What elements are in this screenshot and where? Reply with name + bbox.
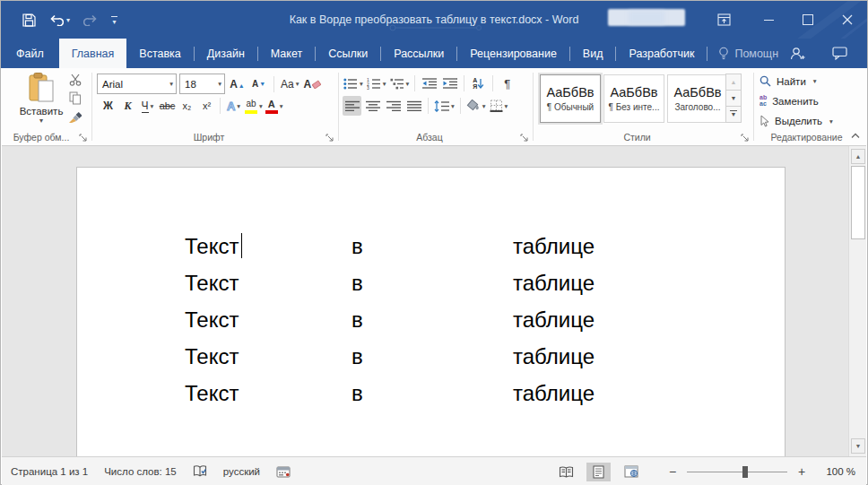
tab-insert[interactable]: Вставка xyxy=(126,39,193,68)
maximize-button[interactable] xyxy=(788,1,828,39)
scrollbar-thumb[interactable] xyxy=(851,166,865,239)
font-dialog-launcher-icon[interactable] xyxy=(326,133,334,142)
increase-indent-button[interactable] xyxy=(440,74,459,93)
copy-icon[interactable] xyxy=(69,91,82,108)
paste-button[interactable]: Вставить ▾ xyxy=(14,73,68,125)
word-count[interactable]: Число слов: 15 xyxy=(104,466,177,477)
shading-button[interactable]: ▾ xyxy=(465,96,487,116)
style-card-heading1[interactable]: АаБбВв Заголово... xyxy=(667,74,728,123)
cut-icon[interactable] xyxy=(69,74,82,89)
numbering-button[interactable]: 123 ▾ xyxy=(366,74,387,93)
save-icon[interactable] xyxy=(22,13,36,27)
minimize-button[interactable] xyxy=(749,1,788,39)
print-layout-icon[interactable] xyxy=(586,463,611,481)
sort-button[interactable]: АЯ xyxy=(469,74,488,93)
font-name-combo[interactable]: Arial ▾ xyxy=(97,74,177,94)
undo-button[interactable]: ▾ xyxy=(49,13,70,26)
style-sample: АаБбВв xyxy=(604,85,664,100)
shrink-font-button[interactable]: А▼ xyxy=(249,74,268,94)
tab-file[interactable]: Файл xyxy=(1,39,59,68)
zoom-in-button[interactable]: + xyxy=(795,464,808,479)
clear-formatting-button[interactable]: А xyxy=(302,74,322,94)
scroll-up-icon[interactable]: ▲ xyxy=(851,149,865,164)
styles-scroll-up-icon[interactable]: ▲ xyxy=(725,74,742,91)
align-left-button-active[interactable] xyxy=(343,96,361,116)
subscript-button[interactable]: x₂ xyxy=(178,96,196,116)
text-effects-button[interactable]: А▾ xyxy=(224,96,243,116)
language-indicator[interactable]: русский xyxy=(223,466,260,477)
ribbon-display-options-icon[interactable] xyxy=(704,1,743,39)
ribbon: Вставить ▾ xyxy=(2,68,866,146)
read-mode-icon[interactable] xyxy=(554,463,578,481)
proofing-check-icon[interactable] xyxy=(193,465,207,478)
feedback-bubble-icon[interactable] xyxy=(832,47,847,60)
zoom-out-button[interactable]: − xyxy=(666,464,679,479)
font-row-2: Ж К Ч▾ abc x₂ x² А▾ ab ▾ А ▾ xyxy=(99,96,284,116)
format-painter-icon[interactable] xyxy=(68,110,82,126)
align-center-button[interactable] xyxy=(363,96,382,116)
collapse-ribbon-icon[interactable] xyxy=(851,132,860,141)
change-case-button[interactable]: Aa▾ xyxy=(280,74,299,94)
zoom-level[interactable]: 100 % xyxy=(816,466,855,477)
bullets-button[interactable]: ▾ xyxy=(343,74,364,93)
share-person-icon[interactable] xyxy=(790,47,805,61)
decrease-indent-button[interactable] xyxy=(420,74,438,93)
underline-button[interactable]: Ч▾ xyxy=(138,96,157,116)
page-indicator[interactable]: Страница 1 из 1 xyxy=(11,466,88,477)
paste-dropdown-arrow[interactable]: ▾ xyxy=(14,117,68,125)
select-button[interactable]: Выделить ▾ xyxy=(760,115,833,127)
tab-developer[interactable]: Разработчик xyxy=(616,39,707,68)
line-spacing-button[interactable]: ▾ xyxy=(433,96,456,116)
zoom-slider[interactable] xyxy=(687,465,787,478)
find-button[interactable]: Найти ▾ xyxy=(760,75,817,87)
tab-home-active[interactable]: Главная xyxy=(59,39,127,68)
tab-layout[interactable]: Макет xyxy=(258,39,315,68)
search-icon xyxy=(760,75,771,87)
tab-review[interactable]: Рецензирование xyxy=(457,39,569,68)
grow-font-button[interactable]: А▲ xyxy=(228,74,247,94)
tab-view[interactable]: Вид xyxy=(570,39,616,68)
undo-dropdown-arrow[interactable]: ▾ xyxy=(66,16,70,24)
borders-button[interactable]: ▾ xyxy=(489,96,509,116)
scroll-down-icon[interactable]: ▼ xyxy=(851,438,865,454)
align-right-button[interactable] xyxy=(384,96,403,116)
style-card-no-spacing[interactable]: АаБбВв ¶ Без инте... xyxy=(603,74,664,123)
justify-button[interactable] xyxy=(404,96,423,116)
style-card-normal[interactable]: АаБбВв ¶ Обычный xyxy=(540,74,601,123)
paste-label: Вставить xyxy=(14,106,68,117)
font-color-red-bar xyxy=(265,110,278,114)
tabrow-right-icons xyxy=(790,39,867,68)
macro-recording-icon[interactable] xyxy=(276,466,291,478)
document-page[interactable]: Текствтаблице Текствтаблице Текствтаблиц… xyxy=(76,167,786,456)
styles-scroll-down-icon[interactable]: ▼ xyxy=(725,90,742,107)
chevron-down-icon: ▾ xyxy=(813,77,817,85)
tab-design[interactable]: Дизайн xyxy=(195,39,257,68)
customize-quick-access-button[interactable]: ▾ xyxy=(111,16,117,24)
styles-dialog-launcher-icon[interactable] xyxy=(741,133,750,142)
tab-references[interactable]: Ссылки xyxy=(316,39,380,68)
web-layout-icon[interactable] xyxy=(619,463,643,481)
tell-me-box[interactable]: Помощн xyxy=(707,39,789,68)
font-size-combo[interactable]: 18 ▾ xyxy=(179,74,225,94)
tab-mailings[interactable]: Рассылки xyxy=(381,39,456,68)
close-button[interactable] xyxy=(828,1,867,39)
superscript-button[interactable]: x² xyxy=(197,96,216,116)
font-color-button[interactable]: А ▾ xyxy=(265,96,284,116)
paragraph-dialog-launcher-icon[interactable] xyxy=(520,133,529,142)
strikethrough-button[interactable]: abc xyxy=(158,96,177,116)
censored-account-area-inner xyxy=(629,11,664,24)
group-editing: Найти ▾ ab ac Заменить Выделить ▾ Редакт… xyxy=(754,68,859,145)
italic-button[interactable]: К xyxy=(118,96,137,116)
vertical-scrollbar[interactable]: ▲ ▼ xyxy=(848,146,866,456)
status-bar: Страница 1 из 1 Число слов: 15 русский xyxy=(2,456,866,485)
styles-more-icon[interactable]: ▼ xyxy=(725,106,742,123)
show-paragraph-marks-button[interactable]: ¶ xyxy=(498,74,516,93)
multilevel-list-button[interactable]: ▾ xyxy=(389,74,411,93)
highlight-color-button[interactable]: ab ▾ xyxy=(244,96,264,116)
replace-button[interactable]: ab ac Заменить xyxy=(760,95,819,107)
divider xyxy=(492,75,493,91)
font-name-value: Arial xyxy=(102,79,123,90)
divider xyxy=(273,76,274,92)
zoom-slider-thumb[interactable] xyxy=(742,466,748,478)
bold-button[interactable]: Ж xyxy=(99,96,117,116)
